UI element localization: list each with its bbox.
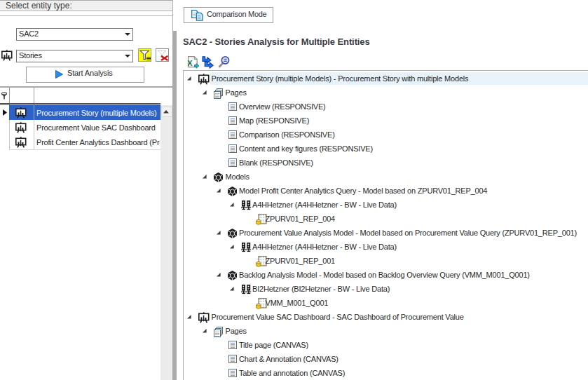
svg-text:X: X: [187, 59, 192, 67]
